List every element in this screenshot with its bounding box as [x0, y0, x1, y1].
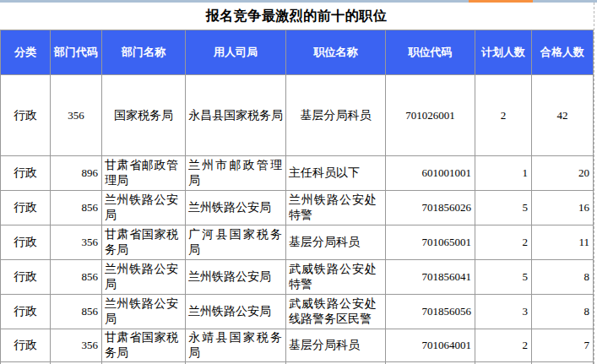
cell-employing-org[interactable]: 兰州铁路公安局 — [186, 191, 286, 225]
cell-employing-org[interactable]: 兰州市邮政管理局 — [186, 156, 286, 191]
cell-position-code[interactable]: 701064001 — [386, 329, 475, 362]
cell-planned-count[interactable]: 5 — [475, 191, 532, 225]
cell-dept-code[interactable]: 356 — [51, 75, 102, 156]
cell-position-code[interactable]: 601001001 — [386, 156, 475, 191]
header-row: 分类 部门代码 部门名称 用人司局 职位名称 职位代码 计划人数 合格人数 — [1, 30, 594, 75]
column-header-position-name[interactable]: 职位名称 — [286, 30, 386, 75]
cell-category[interactable]: 行政 — [1, 191, 51, 225]
table-row: 行政 356 甘肃省国家税务局 永靖县国家税务局 基层分局科员 70106400… — [1, 329, 594, 362]
cell-qualified-count[interactable]: 7 — [532, 329, 594, 362]
cell-category[interactable]: 行政 — [1, 260, 51, 295]
cell-dept-name[interactable]: 甘肃省国家税务局 — [102, 329, 186, 362]
cell-planned-count[interactable]: 2 — [475, 225, 532, 260]
cell-employing-org[interactable]: 永靖县国家税务局 — [186, 329, 286, 362]
cell-dept-name[interactable]: 兰州铁路公安局 — [102, 191, 186, 225]
cell-dept-code[interactable]: 356 — [51, 225, 102, 260]
table-title: 报名竞争最激烈的前十的职位 — [0, 3, 593, 30]
cell-position-code[interactable]: 701856041 — [386, 260, 475, 295]
page-break-dashed-line — [594, 3, 594, 364]
cell-position-name[interactable]: 基层分局科员 — [286, 329, 386, 362]
cell-dept-name[interactable]: 国家税务局 — [102, 75, 186, 156]
cell-dept-name[interactable]: 兰州铁路公安局 — [102, 295, 186, 329]
cell-dept-name[interactable]: 兰州铁路公安局 — [102, 260, 186, 295]
cell-employing-org[interactable]: 永昌县国家税务局 — [186, 75, 286, 156]
cell-qualified-count[interactable]: 11 — [532, 225, 594, 260]
cell-dept-code[interactable]: 856 — [51, 191, 102, 225]
cell-employing-org[interactable]: 兰州铁路公安局 — [186, 295, 286, 329]
cell-dept-code[interactable]: 856 — [51, 295, 102, 329]
cell-planned-count[interactable]: 1 — [475, 156, 532, 191]
column-header-dept-name[interactable]: 部门名称 — [102, 30, 186, 75]
cell-qualified-count[interactable]: 16 — [532, 191, 594, 225]
column-header-qualified-count[interactable]: 合格人数 — [532, 30, 594, 75]
column-header-position-code[interactable]: 职位代码 — [386, 30, 475, 75]
cell-employing-org[interactable]: 兰州铁路公安局 — [186, 260, 286, 295]
cell-category[interactable]: 行政 — [1, 225, 51, 260]
column-header-planned-count[interactable]: 计划人数 — [475, 30, 532, 75]
cell-qualified-count[interactable]: 8 — [532, 260, 594, 295]
cell-position-code[interactable]: 701856026 — [386, 191, 475, 225]
cell-qualified-count[interactable]: 8 — [532, 295, 594, 329]
cell-category[interactable]: 行政 — [1, 329, 51, 362]
cell-dept-code[interactable]: 896 — [51, 156, 102, 191]
cell-employing-org[interactable]: 广河县国家税务局 — [186, 225, 286, 260]
table-row: 行政 896 甘肃省邮政管理局 兰州市邮政管理局 主任科员以下 60100100… — [1, 156, 594, 191]
table-row: 行政 856 兰州铁路公安局 兰州铁路公安局 兰州铁路公安处特警 7018560… — [1, 191, 594, 225]
table-row: 行政 856 兰州铁路公安局 兰州铁路公安局 武威铁路公安处线路警务区民警 70… — [1, 295, 594, 329]
cell-dept-code[interactable]: 356 — [51, 329, 102, 362]
cell-planned-count[interactable]: 5 — [475, 260, 532, 295]
cell-position-name[interactable]: 武威铁路公安处特警 — [286, 260, 386, 295]
cell-qualified-count[interactable]: 20 — [532, 156, 594, 191]
cell-position-code[interactable]: 701065001 — [386, 225, 475, 260]
cell-position-name[interactable]: 基层分局科员 — [286, 225, 386, 260]
cell-category[interactable]: 行政 — [1, 295, 51, 329]
cell-position-name[interactable]: 主任科员以下 — [286, 156, 386, 191]
cell-qualified-count[interactable]: 42 — [532, 75, 594, 156]
table-row: 行政 356 国家税务局 永昌县国家税务局 基层分局科员 701026001 2… — [1, 75, 594, 156]
positions-table: 分类 部门代码 部门名称 用人司局 职位名称 职位代码 计划人数 合格人数 行政… — [0, 30, 594, 364]
cell-dept-code[interactable]: 856 — [51, 260, 102, 295]
column-header-category[interactable]: 分类 — [1, 30, 51, 75]
cell-category[interactable]: 行政 — [1, 75, 51, 156]
spreadsheet-view: 报名竞争最激烈的前十的职位 分类 部门代码 部门名称 用人司局 职位名称 职位代… — [0, 0, 597, 364]
column-header-employing-org[interactable]: 用人司局 — [186, 30, 286, 75]
cell-position-code[interactable]: 701026001 — [386, 75, 475, 156]
cell-dept-name[interactable]: 甘肃省邮政管理局 — [102, 156, 186, 191]
cell-position-code[interactable]: 701856056 — [386, 295, 475, 329]
cell-position-name[interactable]: 兰州铁路公安处特警 — [286, 191, 386, 225]
cell-dept-name[interactable]: 甘肃省国家税务局 — [102, 225, 186, 260]
cell-planned-count[interactable]: 2 — [475, 75, 532, 156]
cell-planned-count[interactable]: 2 — [475, 329, 532, 362]
cell-planned-count[interactable]: 3 — [475, 295, 532, 329]
cell-category[interactable]: 行政 — [1, 156, 51, 191]
cell-position-name[interactable]: 武威铁路公安处线路警务区民警 — [286, 295, 386, 329]
cell-position-name[interactable]: 基层分局科员 — [286, 75, 386, 156]
column-header-dept-code[interactable]: 部门代码 — [51, 30, 102, 75]
table-row: 行政 856 兰州铁路公安局 兰州铁路公安局 武威铁路公安处特警 7018560… — [1, 260, 594, 295]
table-row: 行政 356 甘肃省国家税务局 广河县国家税务局 基层分局科员 70106500… — [1, 225, 594, 260]
